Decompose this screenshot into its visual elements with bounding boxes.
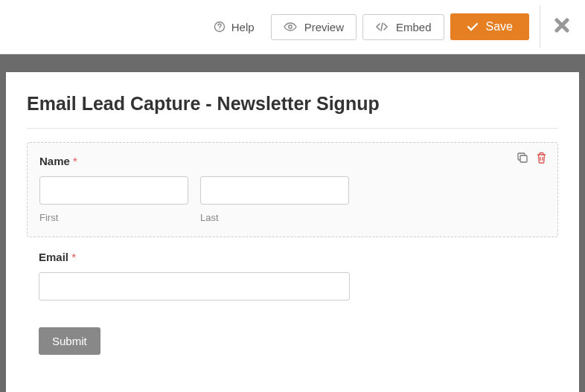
preview-button[interactable]: Preview xyxy=(271,14,357,40)
duplicate-icon xyxy=(517,152,528,164)
first-name-col: First xyxy=(39,176,188,223)
name-row: First Last xyxy=(39,176,546,223)
save-button[interactable]: Save xyxy=(450,13,529,40)
first-name-input[interactable] xyxy=(39,176,188,205)
required-mark: * xyxy=(73,155,77,167)
gray-band xyxy=(0,54,585,72)
required-mark: * xyxy=(71,251,76,263)
delete-button[interactable] xyxy=(536,152,547,167)
help-label: Help xyxy=(231,21,255,33)
topbar: Help Preview Embed Save xyxy=(0,0,585,54)
svg-point-1 xyxy=(219,29,220,30)
last-name-col: Last xyxy=(200,176,349,223)
preview-label: Preview xyxy=(304,21,344,33)
svg-rect-4 xyxy=(520,155,527,162)
content-wrap: Email Lead Capture - Newsletter Signup xyxy=(0,72,585,392)
code-icon xyxy=(375,22,389,31)
last-name-input[interactable] xyxy=(200,176,349,205)
close-icon xyxy=(554,17,570,33)
topbar-divider xyxy=(540,5,540,48)
name-field-block[interactable]: Name * First Last xyxy=(27,142,558,237)
submit-button[interactable]: Submit xyxy=(39,327,100,355)
help-icon xyxy=(214,21,226,33)
name-label: Name * xyxy=(39,155,546,167)
last-sublabel: Last xyxy=(200,212,349,223)
svg-point-2 xyxy=(288,25,291,28)
email-label: Email * xyxy=(39,251,546,263)
email-field-block[interactable]: Email * xyxy=(27,251,558,314)
duplicate-button[interactable] xyxy=(517,152,528,167)
help-link[interactable]: Help xyxy=(203,15,265,39)
form-title: Email Lead Capture - Newsletter Signup xyxy=(27,93,558,115)
field-actions xyxy=(517,152,547,167)
email-input[interactable] xyxy=(39,272,350,301)
first-sublabel: First xyxy=(39,212,188,223)
submit-row: Submit xyxy=(27,327,558,355)
save-label: Save xyxy=(486,20,513,33)
embed-label: Embed xyxy=(396,21,432,33)
embed-button[interactable]: Embed xyxy=(362,14,444,40)
trash-icon xyxy=(536,152,547,164)
form-panel: Email Lead Capture - Newsletter Signup xyxy=(6,72,579,392)
eye-icon xyxy=(284,22,297,31)
title-rule xyxy=(27,128,558,129)
close-button[interactable] xyxy=(551,14,573,39)
check-icon xyxy=(467,22,479,31)
